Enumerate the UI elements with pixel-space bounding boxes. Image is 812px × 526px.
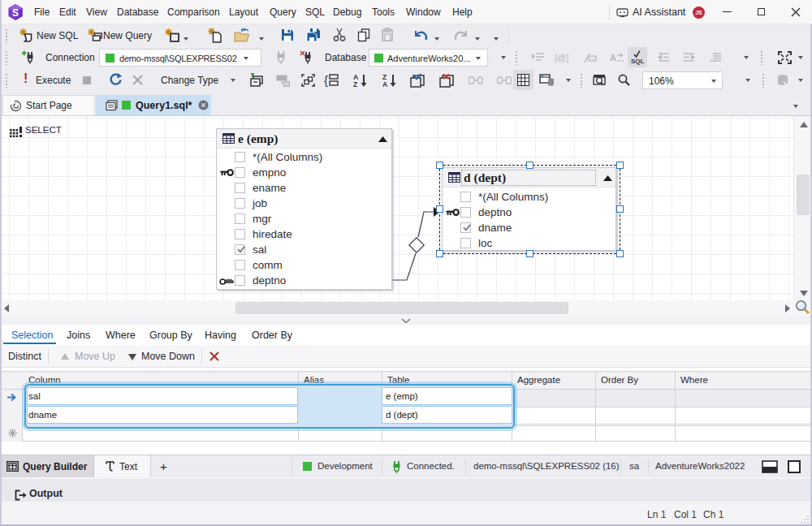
- svg-text:[@]: [@]: [555, 53, 568, 63]
- svg-text:{: {: [324, 73, 328, 87]
- svg-text:A: A: [382, 80, 387, 88]
- svg-text:A: A: [610, 53, 616, 63]
- svg-text:Z: Z: [353, 80, 357, 88]
- svg-text:SQL: SQL: [631, 58, 645, 65]
